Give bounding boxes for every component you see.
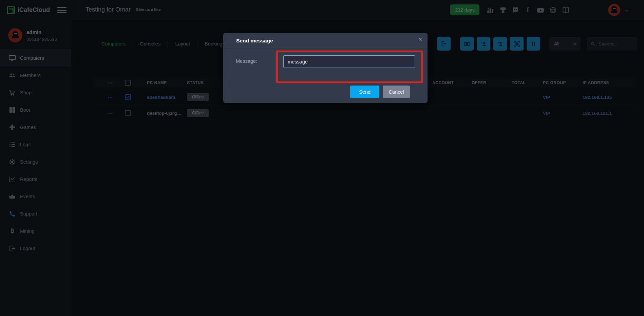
cancel-button[interactable]: Cancel <box>383 86 410 98</box>
close-icon[interactable]: × <box>418 36 422 43</box>
modal-title: Send message <box>236 38 273 44</box>
send-button[interactable]: Send <box>350 86 379 98</box>
send-message-modal: Send message × Message: message Send Can… <box>223 33 428 103</box>
message-label: Message: <box>236 58 257 64</box>
text-caret <box>309 59 309 65</box>
message-input[interactable]: message <box>283 55 415 68</box>
modal-header: Send message × <box>223 33 428 49</box>
message-input-value: message <box>288 59 308 64</box>
